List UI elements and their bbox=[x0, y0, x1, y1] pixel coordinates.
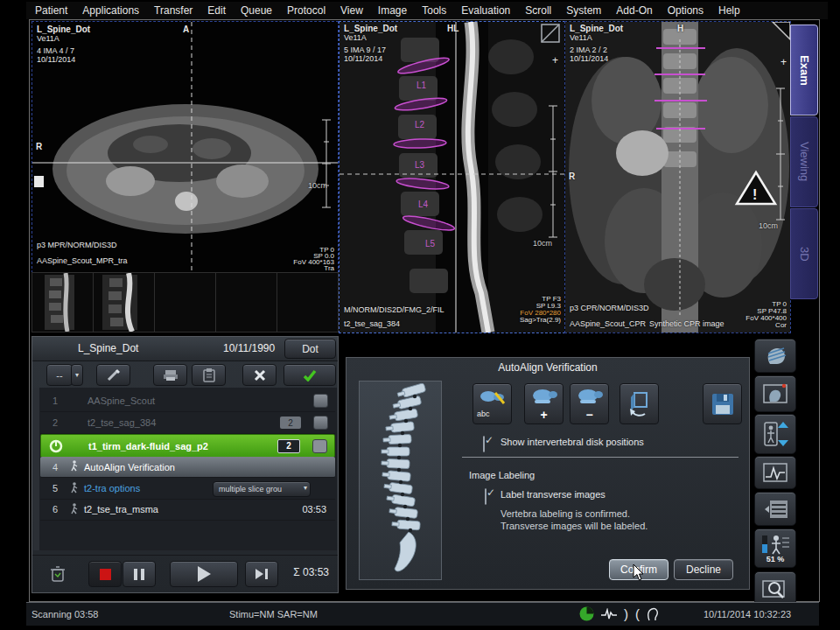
edit-labels-button[interactable]: abc bbox=[472, 383, 512, 424]
image-search-button[interactable] bbox=[754, 571, 796, 606]
dot-engine-button[interactable]: Dot bbox=[284, 339, 336, 359]
menu-help[interactable]: Help bbox=[718, 4, 740, 17]
vp1-tech-text: p3 MPR/NORM/DIS3D bbox=[37, 241, 117, 249]
menu-applications[interactable]: Applications bbox=[82, 4, 139, 17]
menu-system[interactable]: System bbox=[566, 4, 601, 17]
clipboard-icon bbox=[203, 368, 215, 382]
row3-repeat-badge: 2 bbox=[277, 439, 300, 453]
close-icon bbox=[254, 369, 266, 382]
print-button[interactable] bbox=[153, 364, 187, 386]
patient-position-button[interactable] bbox=[754, 414, 796, 454]
vp3-patient-name: L_Spine_Dot bbox=[570, 24, 623, 33]
add-vertebra-button[interactable]: + bbox=[524, 383, 564, 424]
protocol-row-5[interactable]: 5 t2-tra options multiple slice grou ▾ bbox=[40, 478, 335, 500]
reset-orientation-button[interactable] bbox=[620, 383, 659, 424]
patient-dob: 10/11/1990 bbox=[223, 342, 275, 354]
stop-button[interactable] bbox=[88, 561, 122, 587]
queue-dropdown-arrow[interactable]: ▾ bbox=[71, 364, 83, 386]
vp2-plane: Sag>Tra(2.9) bbox=[520, 316, 561, 325]
tab-viewing[interactable]: Viewing bbox=[790, 116, 818, 207]
viewport-axial[interactable]: L_Spine_Dot Ve11A 4 IMA 4 / 7 10/11/2014… bbox=[32, 21, 339, 273]
decline-button[interactable]: Decline bbox=[674, 559, 733, 580]
label-transverse-checkbox[interactable] bbox=[485, 488, 486, 505]
menu-tools[interactable]: Tools bbox=[422, 4, 446, 17]
edit-protocol-button[interactable] bbox=[96, 364, 130, 386]
spine-illustration bbox=[359, 381, 442, 580]
walking-person-icon bbox=[70, 482, 79, 495]
menu-queue[interactable]: Queue bbox=[241, 4, 272, 17]
protocol-sheet-button[interactable] bbox=[754, 492, 796, 526]
menu-edit[interactable]: Edit bbox=[207, 4, 226, 17]
application-window: Patient Applications Transfer Edit Queue… bbox=[0, 0, 840, 630]
tab-exam[interactable]: Exam bbox=[790, 24, 818, 116]
vp1-image-counter: 4 IMA 4 / 7 bbox=[37, 46, 74, 55]
vp2-software-version: Ve11A bbox=[344, 33, 367, 42]
row5-number: 5 bbox=[40, 483, 70, 494]
cancel-step-button[interactable] bbox=[242, 364, 276, 386]
vp3-tech-text: p3 CPR/NORM/DIS3D bbox=[570, 304, 649, 312]
row2-done-icon bbox=[313, 416, 328, 430]
menu-image[interactable]: Image bbox=[378, 4, 407, 17]
vertebra-label-icon bbox=[478, 389, 508, 409]
skip-icon bbox=[256, 569, 268, 579]
stop-icon bbox=[100, 569, 111, 580]
copy-button[interactable] bbox=[192, 364, 226, 386]
stim-sar-status: Stimu=NM SAR=NM bbox=[229, 609, 318, 620]
thumbnail-4-empty[interactable] bbox=[215, 272, 277, 332]
vp1-scale-label: 10cm bbox=[308, 181, 327, 190]
image-review-button[interactable] bbox=[754, 375, 796, 412]
protocol-list-scrollbar[interactable] bbox=[33, 388, 39, 550]
minus-label: − bbox=[585, 410, 592, 420]
disk-space-pie-icon bbox=[579, 606, 594, 621]
viewport-coronal[interactable]: + ! L_Spine_Dot Ve11A 2 IMA 2 / 2 10/11/… bbox=[564, 21, 791, 333]
row5-name: t2-tra options bbox=[84, 483, 140, 494]
physio-signal-button[interactable] bbox=[754, 456, 796, 489]
sar-meter-icon bbox=[760, 534, 790, 555]
svg-text:L2: L2 bbox=[415, 120, 425, 130]
menu-transfer[interactable]: Transfer bbox=[154, 4, 192, 17]
axial-mri-image bbox=[32, 22, 338, 272]
slice-group-dropdown[interactable]: multiple slice grou bbox=[213, 481, 311, 497]
delete-queue-button[interactable] bbox=[45, 563, 71, 585]
menu-patient[interactable]: Patient bbox=[35, 4, 67, 17]
show-disks-checkbox[interactable] bbox=[483, 436, 485, 452]
menu-addon[interactable]: Add-On bbox=[616, 4, 652, 17]
save-button[interactable] bbox=[703, 383, 742, 424]
menu-view[interactable]: View bbox=[340, 4, 363, 17]
menu-options[interactable]: Options bbox=[668, 4, 704, 17]
menu-scroll[interactable]: Scroll bbox=[525, 4, 551, 17]
menu-evaluation[interactable]: Evaluation bbox=[461, 4, 510, 17]
protocol-row-1[interactable]: 1 AASpine_Scout bbox=[40, 390, 335, 412]
menu-protocol[interactable]: Protocol bbox=[287, 4, 326, 17]
queue-dropdown-value[interactable]: -- bbox=[46, 364, 73, 386]
row6-number: 6 bbox=[40, 504, 70, 514]
protocol-row-active[interactable]: t1_tirm_dark-fluid_sag_p2 2 bbox=[40, 434, 335, 458]
tab-3d[interactable]: 3D bbox=[790, 208, 818, 299]
svg-text:L3: L3 bbox=[415, 160, 425, 170]
floppy-disk-icon bbox=[711, 393, 734, 416]
slice-group-dropdown-arrow[interactable]: ▾ bbox=[304, 484, 307, 492]
rotate-3d-icon bbox=[627, 391, 652, 417]
pause-button[interactable] bbox=[122, 561, 156, 587]
magnifier-icon bbox=[762, 578, 788, 599]
row3-pause-icon bbox=[312, 439, 327, 453]
row2-number: 2 bbox=[40, 417, 70, 428]
protocol-row-2[interactable]: 2 t2_tse_sag_384 2 bbox=[40, 412, 335, 434]
protocol-row-selected[interactable]: 4 AutoAlign Verification bbox=[40, 457, 335, 478]
viewport-sagittal[interactable]: L1L2L3L4L5 + L_Spine_Dot Ve11A 5 IMA 9 /… bbox=[339, 21, 565, 333]
head-coil-button[interactable] bbox=[754, 339, 796, 373]
plus-label: + bbox=[540, 410, 547, 420]
sar-monitor-button[interactable]: 51 % bbox=[754, 528, 796, 568]
protocol-row-6[interactable]: 6 t2_tse_tra_msma 03:53 bbox=[40, 499, 335, 521]
thumbnail-5-empty[interactable] bbox=[276, 272, 339, 332]
thumbnail-2[interactable] bbox=[93, 272, 155, 332]
skip-button[interactable] bbox=[245, 561, 278, 587]
thumbnail-1-image bbox=[32, 273, 93, 332]
scanning-progress-icon bbox=[41, 439, 71, 453]
thumbnail-3-empty[interactable] bbox=[154, 272, 216, 332]
apply-step-button[interactable] bbox=[284, 364, 336, 386]
remove-vertebra-button[interactable]: − bbox=[570, 383, 609, 424]
head-slices-icon bbox=[763, 345, 788, 368]
play-button[interactable] bbox=[170, 561, 238, 587]
thumbnail-1[interactable] bbox=[32, 272, 94, 332]
